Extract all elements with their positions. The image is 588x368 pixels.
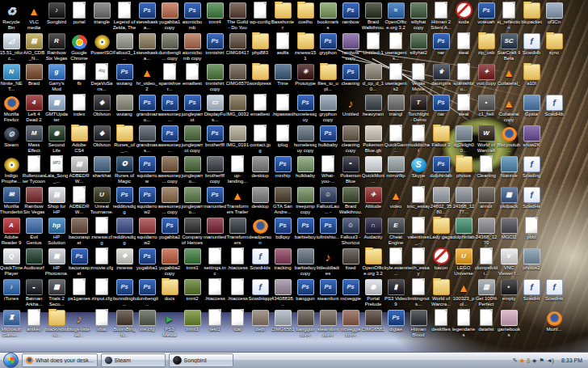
desktop-icon-cheat-engine[interactable]: ECheat Engine	[384, 217, 407, 247]
desktop-icon-soda[interactable]: soda	[452, 2, 475, 32]
desktop-icon-the-guild-do-you-w[interactable]: The Guild - Do You W...	[226, 2, 249, 32]
desktop-icon-of3cn[interactable]: of3Cn	[543, 2, 565, 32]
desktop-icon-tmnt4[interactable]: tmnt4	[204, 2, 226, 32]
desktop-icon-littleoldladies[interactable]: ♪littleoldladies	[317, 247, 339, 278]
desktop-icon-zip-usb[interactable]: zip_usb	[475, 32, 498, 63]
desktop-icon-untitled-1[interactable]: Untitled-1	[362, 32, 384, 63]
desktop-icon-squidarrow[interactable]: Pssquidarrow	[136, 155, 158, 186]
desktop-icon-adbedrw[interactable]: ▤ADBEDRW...	[68, 155, 90, 186]
desktop-icon-mozilla-firefox[interactable]: Mozilla Firefox	[0, 94, 23, 125]
desktop-icon-steam[interactable]: ⚙Steam	[0, 125, 23, 155]
desktop-icon-adobe-cs4[interactable]: Adobe CS4	[68, 125, 90, 155]
desktop-icon-atomicbomb[interactable]: Psatomicbomb	[181, 2, 204, 32]
desktop-icon-audacity[interactable]: ∩Audacity	[362, 217, 384, 247]
songbird-icon[interactable]: ◆	[520, 357, 524, 363]
desktop-icon-songbird[interactable]: ♪Songbird	[45, 2, 68, 32]
desktop-icon-bbcyoutub[interactable]: Bbcyoutub...	[498, 125, 520, 155]
desktop-icon-contact-jpg[interactable]: contact.jpg	[249, 125, 271, 155]
desktop-icon-cleaning[interactable]: Pscleaning	[339, 63, 362, 94]
desktop-icon-portal-prelude[interactable]: ◉Portal Prelude	[362, 278, 384, 309]
desktop-icon-valentines[interactable]: valentines_...	[407, 217, 430, 247]
desktop-icon-datalist[interactable]: datalist	[475, 309, 498, 340]
desktop-icon-emailtest[interactable]: emailtest	[249, 94, 271, 125]
desktop-icon-rainbow-copy[interactable]: rainbow copy	[339, 32, 362, 63]
desktop-icon-tracking[interactable]: tracking	[271, 247, 294, 278]
desktop-icon-zinput-cfg[interactable]: zinput.cfg	[90, 278, 113, 309]
desktop-icon-jungleparrot[interactable]: Psjungleparrot	[181, 94, 204, 125]
desktop-icon-itunes[interactable]: ♪iTunes	[0, 278, 23, 309]
desktop-icon-legend-of-zelda-the[interactable]: Legend of Zelda, The ...	[113, 2, 136, 32]
desktop-icon-wp-config[interactable]: wp-config	[249, 2, 271, 32]
desktop-icon-displayfus[interactable]: ▭DisplayFus...	[204, 94, 226, 125]
desktop-icon-rainbow[interactable]: Psrainbow	[339, 2, 362, 32]
desktop-icon-settings-inc[interactable]: settings.inc	[204, 247, 226, 278]
desktop-icon-jungleparrot-copy[interactable]: jungleparrot copy	[181, 125, 204, 155]
desktop-icon-htaccess[interactable]: .htaccess	[204, 278, 226, 309]
desktop-icon-scwdhlb[interactable]: fScwdHlb	[543, 94, 565, 125]
network-icon[interactable]: ◈	[532, 357, 536, 363]
taskbar-clock[interactable]: 8:33 PM	[559, 357, 585, 363]
desktop-icon-sillyhat-copy[interactable]: sillyhat copy	[407, 2, 430, 32]
desktop-icon-lala-song[interactable]: MP3Lala_Song_...	[45, 155, 68, 186]
desktop-icon-boombingb[interactable]: BoomBingb...	[113, 309, 136, 340]
desktop-icon-modditchat[interactable]: modditchat	[407, 125, 430, 155]
desktop-icon-heavyrain[interactable]: heavyrain	[362, 94, 384, 125]
desktop-icon-yogabba2-copy[interactable]: yogabba2 copy	[158, 247, 181, 278]
desktop-icon-awesomep[interactable]: Psawesomep...	[158, 94, 181, 125]
desktop-icon-daorigins[interactable]: ⚜daorigins	[430, 63, 452, 94]
desktop-icon-aio-cdb-n[interactable]: ▤AIO_CDB_N...	[23, 32, 45, 63]
desktop-icon-altitude[interactable]: ✈Altitude	[362, 186, 384, 217]
desktop-icon-indigo-prophe[interactable]: Indigo Prophe...	[0, 155, 23, 186]
desktop-icon-braid-walkthrou[interactable]: Braid Walkthrou...	[339, 186, 362, 217]
desktop-icon-sharkhat[interactable]: sharkhat	[90, 155, 113, 186]
desktop-icon-useragents[interactable]: useragents...	[384, 32, 407, 63]
desktop-icon-gpsta[interactable]: Gpsta	[520, 94, 543, 125]
desktop-icon-ninite-net[interactable]: NNinite_NET...	[0, 63, 23, 94]
desktop-icon-pokemon-blue[interactable]: ◓Pokemon Blue	[339, 155, 362, 186]
desktop-icon-quicktime-player[interactable]: QQuickTime Player	[0, 247, 23, 278]
desktop-icon-adbedrw[interactable]: ADBEDRW...	[68, 186, 90, 217]
desktop-icon-coelho[interactable]: coelho	[294, 2, 317, 32]
desktop-icon-psdpack[interactable]: ▦psdpack	[498, 186, 520, 217]
desktop-icon-100323-pol[interactable]: ▲100323_pol...	[452, 278, 475, 309]
desktop-icon-runes-of-magic[interactable]: ✪Runes of Magic	[113, 155, 136, 186]
desktop-icon-dg2kilgh00[interactable]: dg2kilgh00...	[452, 125, 475, 155]
desktop-icon-yogabba2[interactable]: Psyogabba2	[158, 217, 181, 247]
desktop-icon-left-4-dead-2[interactable]: 4Left 4 Dead 2	[23, 94, 45, 125]
desktop-icon-lego-universe[interactable]: ULEGO Universe	[452, 247, 475, 278]
desktop-icon-up-landing[interactable]: up-landing...	[226, 155, 249, 186]
desktop-icon-useragents2[interactable]: useragents2	[384, 63, 407, 94]
desktop-icon-d-cp-d-10[interactable]: d_cp_d_10...	[362, 63, 384, 94]
desktop-icon-deadperson[interactable]: deadperson	[249, 217, 271, 247]
desktop-icon-files-to-upl[interactable]: files_to_upl...	[317, 63, 339, 94]
desktop-icon-emailtest[interactable]: emailtest	[181, 63, 204, 94]
desktop-icon-bookmarks[interactable]: bookmarks	[317, 2, 339, 32]
desktop-icon-nar[interactable]: Psnar	[430, 32, 452, 63]
desktop-icon-atomicbomb-copy[interactable]: atomicbomb copy	[181, 32, 204, 63]
desktop-icon-mirrorflip[interactable]: mirrorflip	[384, 155, 407, 186]
desktop-icon-grandmazo[interactable]: Psgrandmazo...	[136, 94, 158, 125]
tablet-pen-icon[interactable]: ✎	[513, 357, 518, 363]
volume-icon[interactable]: ◄)	[547, 357, 554, 363]
desktop-icon-tmnt1[interactable]: tmnt1	[181, 247, 204, 278]
desktop-icon-trials-2-seco[interactable]: ▦Trials 2 Seco...	[45, 278, 68, 309]
desktop-icon-docs[interactable]: docs	[158, 278, 181, 309]
desktop-icon-15-51-nforc[interactable]: ◿15.51_nforc...	[0, 32, 23, 63]
desktop-icon-nar[interactable]: Psnar	[430, 94, 452, 125]
desktop-icon-manunited[interactable]: Psmanunited	[204, 186, 226, 217]
desktop-icon-cimg6582[interactable]: CIMG6582	[362, 309, 384, 340]
desktop-icon-jungleparro[interactable]: jungleparro...	[181, 186, 204, 217]
desktop-icon-baconaspet[interactable]: Psbaconaspet	[68, 247, 90, 278]
desktop-icon-antkey[interactable]: antkey	[23, 309, 45, 340]
desktop-icon-treejump-copy[interactable]: treejump copy	[294, 186, 317, 217]
taskbar-button-songbird[interactable]: Songbird	[169, 353, 233, 367]
desktop-icon-clumpsfoldi[interactable]: clumpsfoldi...	[475, 247, 498, 278]
desktop-icon-zsnesw151[interactable]: zsnesw151	[294, 32, 317, 63]
desktop-icon-voteuah[interactable]: Psvoteuah	[475, 2, 498, 32]
desktop-icon-ps3-video-9[interactable]: ▮PS3 Video 9	[384, 278, 407, 309]
desktop-icon-armor[interactable]: armor	[475, 186, 498, 217]
desktop-icon-zmovie-cfg[interactable]: zmovie.cfg	[90, 247, 113, 278]
desktop-icon-what-you[interactable]: What-you-...	[317, 155, 339, 186]
desktop-icon-vott-copy[interactable]: ✦vott copy	[475, 63, 498, 94]
desktop-icon-mcveggie[interactable]: Psmcveggie	[339, 278, 362, 309]
